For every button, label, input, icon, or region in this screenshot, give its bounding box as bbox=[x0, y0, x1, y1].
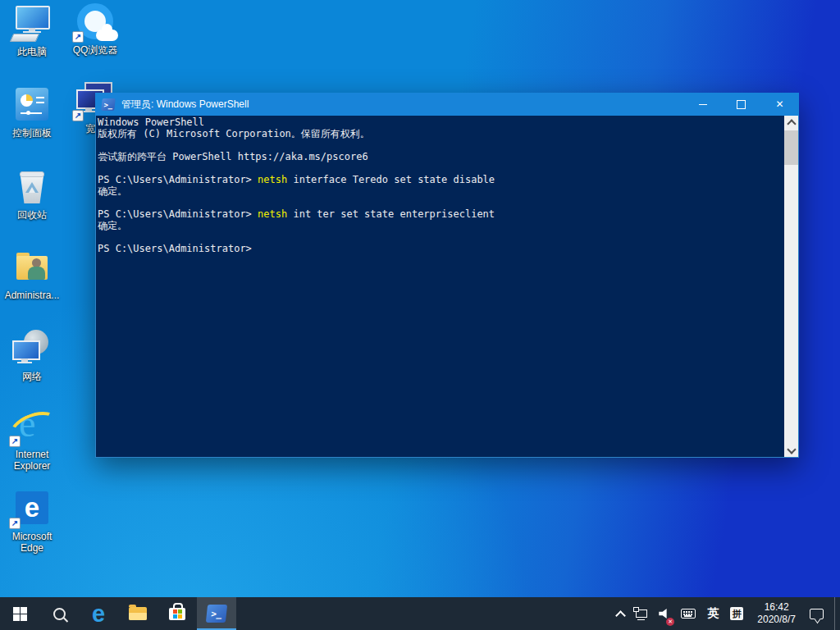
network-icon bbox=[11, 330, 52, 368]
taskbar-clock[interactable]: 16:42 2020/8/7 bbox=[749, 601, 804, 626]
powershell-icon: >_ bbox=[206, 605, 227, 623]
close-icon: ✕ bbox=[775, 99, 783, 109]
user-folder-icon bbox=[11, 249, 52, 287]
file-explorer-icon bbox=[129, 607, 147, 620]
icon-label: Internet Explorer bbox=[1, 449, 63, 472]
minimize-icon bbox=[699, 104, 707, 105]
chevron-up-icon bbox=[615, 610, 626, 621]
qq-browser-icon bbox=[75, 3, 116, 42]
clock-time: 16:42 bbox=[757, 601, 796, 614]
vertical-scrollbar[interactable] bbox=[784, 116, 798, 457]
taskbar-store-button[interactable] bbox=[158, 597, 197, 630]
taskbar: e >_ ✕ bbox=[0, 597, 840, 630]
desktop-icon-this-pc[interactable]: 此电脑 bbox=[1, 5, 63, 57]
desktop-icon-administrator-folder[interactable]: Administra... bbox=[1, 249, 63, 301]
scrollbar-thumb[interactable] bbox=[784, 130, 798, 165]
scroll-up-button[interactable] bbox=[784, 116, 798, 129]
taskbar-edge-button[interactable]: e bbox=[79, 597, 118, 630]
powershell-window: >_ 管理员: Windows PowerShell ✕ Windows Pow… bbox=[95, 93, 799, 458]
window-titlebar[interactable]: >_ 管理员: Windows PowerShell ✕ bbox=[95, 93, 799, 116]
start-button[interactable] bbox=[0, 597, 39, 630]
touch-keyboard-button[interactable] bbox=[675, 597, 701, 630]
minimize-button[interactable] bbox=[683, 93, 722, 116]
powershell-icon: >_ bbox=[101, 98, 116, 111]
control-panel-icon bbox=[11, 86, 52, 125]
shortcut-arrow-icon bbox=[9, 436, 21, 447]
search-button[interactable] bbox=[39, 597, 79, 630]
window-title: 管理员: Windows PowerShell bbox=[121, 98, 249, 112]
taskbar-powershell-button[interactable]: >_ bbox=[197, 597, 236, 630]
desktop-icon-internet-explorer[interactable]: e Internet Explorer bbox=[1, 408, 63, 472]
icon-label: 网络 bbox=[22, 371, 42, 382]
show-desktop-button[interactable] bbox=[835, 597, 840, 630]
icon-label: QQ浏览器 bbox=[73, 44, 118, 56]
desktop-wallpaper: 此电脑 控制面板 回收站 Administra... 网络 e Internet… bbox=[0, 0, 840, 630]
keyboard-icon bbox=[681, 609, 696, 619]
scroll-down-button[interactable] bbox=[784, 444, 798, 457]
ime-language-label: 英 bbox=[707, 606, 719, 621]
desktop-icon-qq-browser[interactable]: QQ浏览器 bbox=[64, 3, 126, 56]
chevron-down-icon bbox=[787, 445, 796, 454]
recycle-bin-icon bbox=[11, 168, 52, 207]
desktop-icon-control-panel[interactable]: 控制面板 bbox=[1, 86, 63, 139]
maximize-button[interactable] bbox=[722, 93, 760, 116]
search-icon bbox=[53, 608, 66, 620]
microsoft-store-icon bbox=[169, 608, 185, 620]
shortcut-arrow-icon bbox=[72, 110, 84, 121]
shortcut-arrow-icon bbox=[72, 31, 84, 43]
show-hidden-icons-button[interactable] bbox=[611, 597, 630, 630]
console-area[interactable]: Windows PowerShell版权所有 (C) Microsoft Cor… bbox=[95, 116, 799, 458]
action-center-button[interactable] bbox=[804, 597, 829, 630]
action-center-icon bbox=[810, 609, 824, 619]
taskbar-file-explorer-button[interactable] bbox=[118, 597, 158, 630]
network-tray-button[interactable] bbox=[630, 597, 653, 630]
ethernet-network-icon bbox=[636, 609, 647, 618]
speaker-icon bbox=[659, 609, 669, 619]
icon-label: Administra... bbox=[5, 290, 60, 301]
windows-logo-icon bbox=[13, 607, 27, 621]
close-button[interactable]: ✕ bbox=[760, 93, 799, 116]
ime-language-button[interactable]: 英 bbox=[701, 597, 724, 630]
maximize-icon bbox=[737, 100, 746, 109]
chevron-up-icon bbox=[787, 119, 796, 128]
this-pc-icon bbox=[11, 5, 52, 43]
shortcut-arrow-icon bbox=[9, 518, 21, 529]
icon-label: Microsoft Edge bbox=[1, 531, 63, 554]
desktop-icon-recycle-bin[interactable]: 回收站 bbox=[1, 168, 63, 221]
icon-label: 此电脑 bbox=[17, 46, 47, 57]
microsoft-edge-icon: e bbox=[11, 490, 52, 528]
console-output[interactable]: Windows PowerShell版权所有 (C) Microsoft Cor… bbox=[96, 116, 784, 457]
icon-label: 回收站 bbox=[17, 209, 47, 221]
internet-explorer-icon: e bbox=[11, 408, 52, 446]
ime-mode-button[interactable]: 拼 bbox=[724, 597, 749, 630]
clock-date: 2020/8/7 bbox=[757, 614, 796, 626]
desktop-icon-microsoft-edge[interactable]: e Microsoft Edge bbox=[1, 490, 63, 554]
muted-badge-icon: ✕ bbox=[666, 618, 674, 626]
pinyin-ime-icon: 拼 bbox=[730, 607, 743, 620]
edge-icon: e bbox=[92, 602, 105, 626]
desktop-icon-network[interactable]: 网络 bbox=[1, 330, 63, 382]
icon-label: 控制面板 bbox=[12, 127, 52, 139]
volume-tray-button[interactable]: ✕ bbox=[653, 597, 675, 630]
